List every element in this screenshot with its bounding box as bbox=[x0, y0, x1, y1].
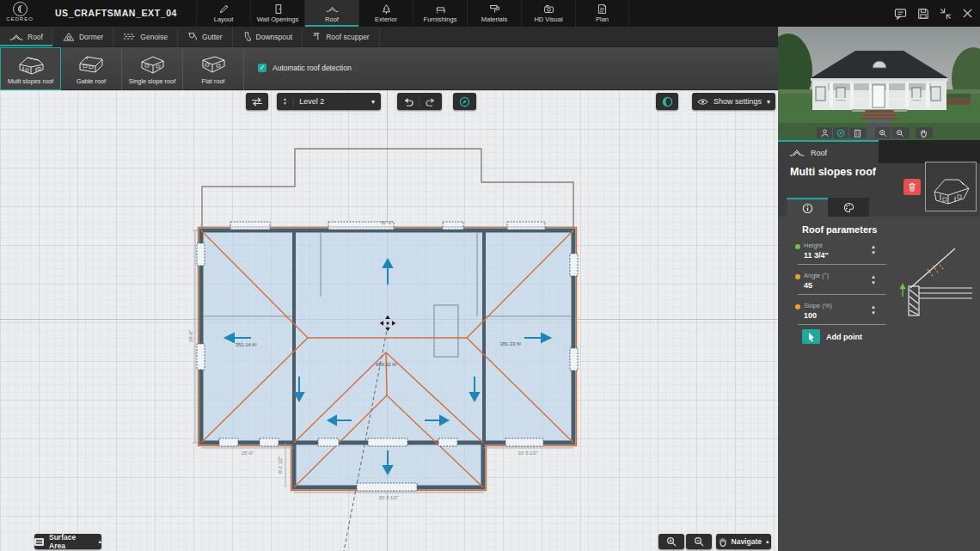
gable-roof-icon bbox=[75, 53, 107, 76]
3d-preview[interactable] bbox=[778, 27, 980, 140]
tab-materials[interactable]: Materials bbox=[467, 0, 521, 27]
chevron-up-icon: ▴ bbox=[766, 538, 769, 545]
height-label: Height bbox=[804, 242, 823, 249]
auto-roof-detection-label: Automatic roof detection bbox=[273, 64, 352, 72]
tool-tab-genoise[interactable]: Genoise bbox=[113, 27, 178, 46]
dim-left: 29'-8" bbox=[188, 330, 193, 342]
compass-icon[interactable] bbox=[833, 127, 849, 138]
dim-extension-height: 8'-2 1/2" bbox=[278, 456, 283, 474]
chevron-up-icon: ▴ bbox=[98, 538, 101, 545]
zoom-out-button[interactable] bbox=[686, 534, 712, 549]
roof-type-gable[interactable]: Gable roof bbox=[61, 47, 122, 90]
close-icon[interactable] bbox=[962, 8, 973, 19]
height-underline bbox=[798, 264, 886, 265]
compass-button[interactable] bbox=[453, 93, 476, 110]
dim-extension-width: 20'-5 1/2" bbox=[378, 495, 398, 500]
app-logo[interactable]: CEDREO bbox=[0, 0, 40, 27]
tab-exterior[interactable]: Exterior bbox=[358, 0, 413, 27]
height-status-dot bbox=[795, 244, 800, 249]
undo-button[interactable] bbox=[397, 97, 420, 107]
building-icon[interactable] bbox=[849, 127, 866, 138]
roof-type-label: Flat roof bbox=[202, 77, 225, 85]
top-tab-bar: Layout Wall Openings Roof Exterior Furni… bbox=[196, 0, 629, 27]
right-area-label: 381.33 ft² bbox=[500, 341, 522, 346]
genoise-icon bbox=[123, 33, 136, 40]
subtab-info[interactable] bbox=[787, 198, 828, 217]
door-icon bbox=[273, 3, 284, 15]
pencil-icon bbox=[218, 3, 230, 15]
roof-plan-drawing: 351.14 ft² 889.32 ft² 381.33 ft² 52'-0" … bbox=[0, 90, 778, 551]
zoom-out-icon[interactable] bbox=[891, 127, 908, 138]
user-view-icon[interactable] bbox=[817, 127, 833, 138]
single-slope-roof-icon bbox=[136, 53, 168, 76]
plan-canvas[interactable]: 351.14 ft² 889.32 ft² 381.33 ft² 52'-0" … bbox=[0, 90, 778, 551]
level-selector[interactable]: ▲▼ | Level 2 ▾ bbox=[277, 93, 381, 110]
tool-tab-downspout[interactable]: Downspout bbox=[233, 27, 303, 46]
tab-label: Plan bbox=[596, 15, 609, 23]
subtab-materials[interactable] bbox=[828, 198, 869, 217]
show-settings-button[interactable]: Show settings ▾ bbox=[692, 93, 775, 110]
pan-hand-icon[interactable] bbox=[916, 127, 932, 138]
tab-label: Exterior bbox=[375, 15, 397, 23]
panel-tab-roof[interactable]: Roof bbox=[778, 140, 879, 163]
roof-type-flat[interactable]: Flat roof bbox=[183, 47, 244, 90]
dim-top: 52'-0" bbox=[381, 220, 393, 225]
roof-thumbnail[interactable] bbox=[925, 162, 977, 211]
tool-tab-roof-scupper[interactable]: Roof scupper bbox=[303, 27, 380, 46]
tool-tab-gutter[interactable]: Gutter bbox=[178, 27, 233, 46]
zoom-in-icon[interactable] bbox=[875, 127, 891, 138]
height-stepper[interactable]: ▲▼ bbox=[868, 244, 879, 255]
tab-plan[interactable]: Plan bbox=[575, 0, 629, 27]
tab-hd-visual[interactable]: HD Visual bbox=[521, 0, 575, 27]
auto-roof-detection-checkbox[interactable]: ✓ bbox=[258, 64, 266, 72]
delete-roof-button[interactable] bbox=[903, 179, 921, 195]
roof-type-bar: Multi slopes roof Gable roof Single slop… bbox=[0, 47, 778, 90]
cedreo-app: CEDREO US_CRAFTSMAN_EXT_04 Layout Wall O… bbox=[0, 0, 980, 551]
slope-label: Slope (%) bbox=[804, 302, 832, 309]
left-area-label: 351.14 ft² bbox=[236, 342, 257, 347]
tool-tab-dormer[interactable]: Dormer bbox=[53, 27, 113, 46]
roof-icon bbox=[9, 33, 23, 41]
height-value[interactable]: 11 3/4" bbox=[804, 251, 829, 260]
preview-controls-pan bbox=[916, 127, 933, 138]
tab-wall-openings[interactable]: Wall Openings bbox=[250, 0, 304, 27]
angle-stepper[interactable]: ▲▼ bbox=[868, 274, 879, 285]
collapse-icon[interactable] bbox=[940, 8, 952, 20]
tab-label: HD Visual bbox=[534, 15, 562, 23]
level-stepper[interactable]: ▲▼ bbox=[283, 97, 287, 106]
zoom-in-button[interactable] bbox=[658, 534, 684, 549]
tab-furnishings[interactable]: Furnishings bbox=[413, 0, 467, 27]
slope-underline bbox=[798, 324, 886, 325]
flat-roof-icon bbox=[197, 53, 230, 76]
dim-bottom-right: 10'-5 1/2" bbox=[518, 450, 537, 456]
add-point-button[interactable] bbox=[802, 329, 820, 344]
angle-value[interactable]: 45 bbox=[804, 281, 812, 290]
roof-type-single-slope[interactable]: Single slope roof bbox=[122, 47, 183, 90]
orientation-button[interactable] bbox=[656, 93, 678, 110]
navigate-label: Navigate bbox=[732, 537, 762, 546]
roof-type-multi-slopes[interactable]: Multi slopes roof bbox=[0, 47, 61, 90]
redo-button[interactable] bbox=[420, 97, 442, 107]
angle-status-dot bbox=[795, 274, 800, 279]
tool-tab-roof[interactable]: Roof bbox=[0, 27, 53, 46]
feedback-icon[interactable] bbox=[894, 8, 907, 20]
slope-value[interactable]: 100 bbox=[804, 311, 817, 320]
downspout-icon bbox=[242, 32, 252, 41]
angle-label: Angle (°) bbox=[804, 272, 829, 279]
tab-roof[interactable]: Roof bbox=[304, 0, 358, 27]
cedreo-logo-icon bbox=[13, 2, 28, 16]
roof-scupper-icon bbox=[312, 32, 322, 41]
preview-controls-zoom bbox=[875, 127, 910, 138]
surface-area-button[interactable]: Surface Area ▴ bbox=[34, 534, 101, 549]
chevron-down-icon: ▾ bbox=[767, 98, 770, 106]
roof-type-label: Single slope roof bbox=[129, 77, 175, 85]
tab-layout[interactable]: Layout bbox=[196, 0, 250, 27]
slope-stepper[interactable]: ▲▼ bbox=[868, 304, 879, 315]
switch-view-button[interactable] bbox=[246, 93, 268, 110]
roof-section-diagram bbox=[898, 243, 976, 321]
save-icon[interactable] bbox=[917, 8, 929, 20]
tab-label: Wall Openings bbox=[257, 15, 299, 23]
roof-parameters-title: Roof parameters bbox=[802, 224, 877, 235]
navigate-button[interactable]: Navigate ▴ bbox=[716, 534, 771, 549]
info-icon bbox=[802, 203, 813, 214]
